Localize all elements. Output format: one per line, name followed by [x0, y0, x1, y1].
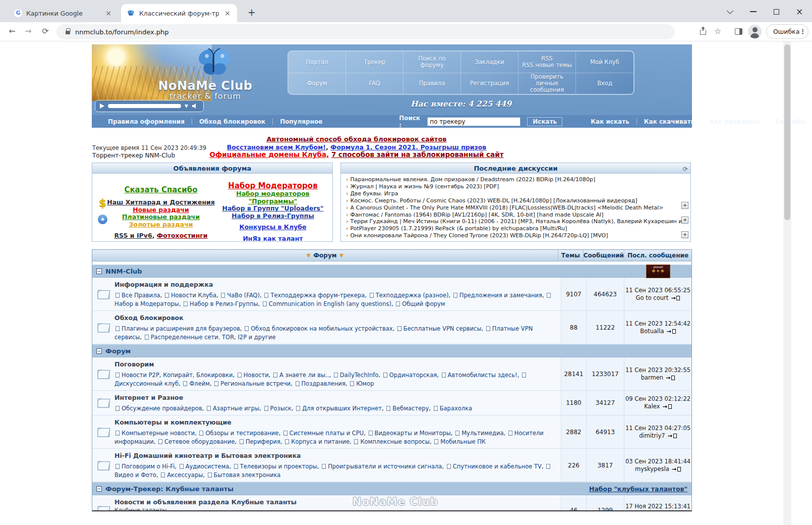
announcement-link[interactable]: Набор в Группу "Uploaders" [222, 204, 323, 212]
subforum-link[interactable]: DailyTechInfo [340, 372, 379, 379]
subforum-link[interactable]: Обсуждение провайдеров [122, 405, 202, 412]
navbar-link-2[interactable]: Популярное [279, 118, 323, 125]
subforum-link[interactable]: Новости P2P, Копирайт, Блокировки [122, 372, 233, 379]
forum-title-link[interactable]: Поговорим [114, 360, 557, 368]
expand-button[interactable]: + [681, 202, 688, 209]
progress-bar[interactable] [108, 104, 181, 108]
window-close-button[interactable]: × [792, 6, 807, 17]
last-post-user[interactable]: Go to court [636, 294, 669, 301]
scrollbar-thumb[interactable] [784, 44, 790, 220]
subforum-link[interactable]: Обход блокировок на мобильных устройства… [251, 325, 392, 332]
subforum-link[interactable]: Техподдержка форум-трекера [270, 292, 365, 299]
subforum-link[interactable]: Сетевое оборудование [164, 438, 235, 445]
subforum-link[interactable]: Корпуса и питание [291, 438, 350, 445]
goto-latest-icon[interactable]: → [664, 328, 676, 335]
subforum-link[interactable]: Мультимедиа [461, 430, 503, 437]
goto-latest-icon[interactable]: → [660, 403, 672, 410]
notice-link[interactable]: Восстановим всем Клубом! [227, 143, 326, 151]
forum-title-link[interactable]: Hi-Fi Домашний кинотеатр и Бытовая элект… [114, 452, 557, 459]
play-icon[interactable] [100, 103, 104, 109]
announcement-link[interactable]: Набор в Релиз-Группы [231, 212, 314, 220]
subforum-link[interactable]: Юмор [356, 380, 374, 387]
subforum-link[interactable]: Периферия [246, 438, 280, 445]
nav-item-9[interactable]: Регистрация [461, 73, 518, 94]
tab-close-icon[interactable]: × [223, 9, 232, 17]
subforum-link[interactable]: Поговорим о Hi-Fi [122, 463, 175, 470]
last-post-user[interactable]: dimitriy7 [639, 432, 665, 439]
window-menu-chevron-icon[interactable] [722, 6, 737, 17]
last-post-user[interactable]: Kalex [644, 403, 660, 410]
subforum-link[interactable]: Мобильные ПК [440, 438, 486, 445]
nav-item-0[interactable]: Портал [288, 51, 346, 73]
nav-item-3[interactable]: Закладки [461, 51, 518, 73]
discussion-item[interactable]: ›Журнал | Наука и жизнь №9 (сентябрь 202… [346, 183, 685, 190]
sort-arrow-icon[interactable]: ▼ [340, 253, 343, 258]
back-icon[interactable]: ← [6, 26, 18, 36]
discussion-item[interactable]: ›A Canorous Quintet - The Only Pure Hate… [346, 204, 685, 212]
last-post-user[interactable]: Eastoop [641, 510, 664, 511]
nav-item-10[interactable]: Проверить личные сообщения [518, 73, 576, 94]
expand-button[interactable]: + [681, 231, 688, 238]
sort-arrow-icon[interactable]: ▼ [307, 253, 310, 258]
subforum-link[interactable]: Набор в Релиз-Группы [190, 300, 258, 307]
announcement-link[interactable]: Сказать Спасибо [124, 185, 197, 194]
announcement-link[interactable]: RSS и IPv6 [114, 232, 152, 239]
reload-icon[interactable]: ⟳ [39, 26, 51, 36]
forum-title-link[interactable]: Компьютеры и комплектующие [114, 418, 557, 426]
subforum-link[interactable]: Бесплатные VPN сервисы [403, 325, 482, 332]
collapse-icon[interactable]: − [96, 486, 102, 492]
discussion-item[interactable]: ›Паранормальные явления. Дом призраков /… [346, 176, 685, 183]
discussion-item[interactable]: ›Две буквы. Игра [346, 190, 685, 197]
subforum-link[interactable]: Все Правила [122, 292, 160, 299]
navbar-link-2[interactable]: Как раздавать [708, 118, 762, 125]
nav-item-1[interactable]: Трекер [346, 51, 403, 73]
subforum-link[interactable]: Поздравления [302, 380, 345, 387]
announcement-link[interactable]: Конкурсы в Клубе [239, 223, 306, 231]
refresh-icon[interactable]: ⟳ [683, 164, 688, 175]
subforum-link[interactable]: Комплексные вопросы [360, 438, 430, 445]
site-logo[interactable]: NoNaMe Club tracker & forum [151, 80, 259, 101]
nav-item-5[interactable]: Мой Клуб [576, 51, 633, 73]
announcement-link[interactable]: Золотые раздачи [129, 221, 193, 228]
subforum-link[interactable]: Флейм [189, 380, 209, 387]
collapse-icon[interactable]: − [96, 348, 102, 354]
subforum-link[interactable]: Телевизоры и проекторы [240, 463, 317, 470]
navbar-link-1[interactable]: Как скачивать [643, 118, 695, 125]
subforum-link[interactable]: Компьютерные новости [122, 430, 195, 437]
announcement-link[interactable]: Набор модераторов "Программы" [236, 190, 310, 205]
search-button[interactable]: Искать [527, 117, 562, 126]
subforum-link[interactable]: Системные платы и CPU [289, 430, 364, 437]
window-maximize-button[interactable] [769, 6, 784, 17]
subforum-link[interactable]: Региональные встречи [220, 380, 291, 387]
expand-button[interactable]: + [681, 217, 688, 224]
goto-latest-icon[interactable]: → [669, 465, 681, 472]
subforum-link[interactable]: Для открывших Интернет [302, 405, 382, 412]
notice-link[interactable]: Официальные домены Клуба, [209, 150, 329, 159]
bookmark-star-icon[interactable]: ☆ [714, 26, 721, 36]
subforum-link[interactable]: Барахолка [440, 405, 472, 412]
url-bar[interactable]: nnmclub.to/forum/index.php [56, 24, 675, 39]
subforum-link[interactable]: Проигрыватели и источники сигнала [328, 463, 442, 470]
navbar-link-0[interactable]: Как искать [590, 118, 630, 125]
subforum-link[interactable]: Розыск [270, 405, 292, 412]
error-button[interactable]: Ошибка ⋮ [766, 24, 808, 39]
tab-forum-active[interactable]: Классический форум-трекер :: Г × [121, 4, 237, 22]
subforum-link[interactable]: Вебмастеру [392, 405, 429, 412]
subforum-link[interactable]: Азартные игры [213, 405, 259, 412]
announcement-link[interactable]: Платиновые раздачи [122, 213, 200, 221]
goto-latest-icon[interactable]: → [668, 294, 680, 301]
subforum-link[interactable]: Техподдержка (разное) [376, 292, 449, 299]
subforum-link[interactable]: Дискуссионный клуб [114, 380, 179, 387]
subforum-link[interactable]: Видео и Фото [114, 471, 156, 479]
discussion-item[interactable]: ›PotPlayer 230905 (1.7.21999) RePack (& … [346, 225, 685, 232]
share-icon[interactable] [700, 30, 706, 35]
last-post-user[interactable]: myskypesla [635, 465, 669, 472]
tab-close-icon[interactable]: × [104, 9, 113, 17]
window-minimize-button[interactable] [745, 6, 761, 17]
forum-title-link[interactable]: Информация и поддержка [114, 281, 557, 288]
subforum-link[interactable]: Communication in English (any questions) [269, 300, 391, 307]
last-post-user[interactable]: barmen [641, 374, 663, 381]
announcement-link[interactable]: Новые раздачи [133, 206, 189, 214]
discussion-item[interactable]: ›Фантомас / Fantomas (1964) BDRip [AV1/2… [346, 212, 685, 219]
section-header-link[interactable]: Набор "клубных талантов" [589, 485, 687, 493]
